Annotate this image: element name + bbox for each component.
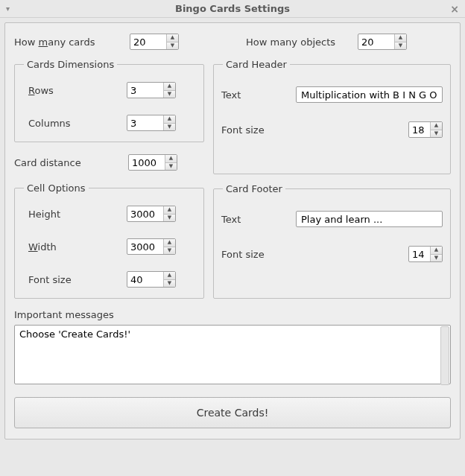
- important-messages-label: Important messages: [14, 309, 451, 320]
- spin-down-icon[interactable]: ▼: [431, 255, 442, 262]
- cell-fontsize-label: Font size: [22, 274, 127, 285]
- rows-spinbox[interactable]: ▲▼: [127, 82, 176, 98]
- card-distance-input[interactable]: [129, 155, 165, 170]
- card-distance-label: Card distance: [14, 157, 128, 168]
- how-many-cards-input[interactable]: [130, 34, 166, 49]
- important-messages-box[interactable]: [14, 325, 451, 384]
- header-fontsize-label: Font size: [221, 124, 408, 136]
- spin-up-icon[interactable]: ▲: [165, 155, 177, 163]
- how-many-objects-label: How many objects: [246, 37, 358, 48]
- spin-up-icon[interactable]: ▲: [431, 122, 442, 130]
- create-cards-button[interactable]: Create Cards!: [14, 397, 451, 428]
- how-many-objects-spinbox[interactable]: ▲▼: [358, 34, 407, 50]
- cell-width-label: Width: [22, 241, 127, 253]
- cell-height-label: Height: [22, 209, 127, 220]
- spin-up-icon[interactable]: ▲: [431, 247, 442, 255]
- columns-spinbox[interactable]: ▲▼: [127, 115, 176, 131]
- cards-dimensions-legend: Cards Dimensions: [24, 59, 117, 70]
- cell-height-input[interactable]: [127, 206, 163, 221]
- spin-up-icon[interactable]: ▲: [164, 83, 175, 91]
- card-distance-spinbox[interactable]: ▲▼: [128, 154, 177, 171]
- rows-label: Rows: [22, 85, 127, 96]
- cell-fontsize-spinbox[interactable]: ▲▼: [127, 271, 176, 288]
- how-many-cards-spinbox[interactable]: ▲▼: [130, 34, 179, 50]
- cards-dimensions-group: Cards Dimensions Rows ▲▼ Columns ▲▼: [14, 59, 204, 142]
- cell-fontsize-input[interactable]: [127, 272, 163, 287]
- spin-down-icon[interactable]: ▼: [395, 42, 406, 50]
- how-many-cards-label: How many cards: [14, 37, 130, 48]
- spin-up-icon[interactable]: ▲: [164, 115, 175, 124]
- titlebar: ▾ Bingo Cards Settings ×: [0, 0, 465, 18]
- footer-fontsize-input[interactable]: [409, 247, 430, 261]
- spin-down-icon[interactable]: ▼: [164, 247, 175, 255]
- spin-down-icon[interactable]: ▼: [164, 280, 175, 288]
- titlebar-menu-icon[interactable]: ▾: [6, 4, 10, 13]
- columns-input[interactable]: [127, 115, 163, 130]
- spin-down-icon[interactable]: ▼: [164, 91, 175, 98]
- card-header-legend: Card Header: [223, 59, 290, 70]
- columns-label: Columns: [22, 118, 127, 129]
- cell-height-spinbox[interactable]: ▲▼: [127, 206, 176, 222]
- footer-text-input[interactable]: [296, 211, 443, 227]
- window-title: Bingo Cards Settings: [175, 3, 290, 14]
- header-fontsize-input[interactable]: [409, 122, 430, 137]
- spin-up-icon[interactable]: ▲: [164, 206, 175, 215]
- spin-up-icon[interactable]: ▲: [164, 272, 175, 280]
- header-text-label: Text: [221, 89, 296, 101]
- spin-down-icon[interactable]: ▼: [164, 215, 175, 222]
- card-footer-group: Card Footer Text Font size ▲▼: [213, 183, 451, 299]
- how-many-objects-input[interactable]: [358, 34, 394, 49]
- footer-fontsize-spinbox[interactable]: ▲▼: [408, 246, 443, 262]
- footer-text-label: Text: [221, 214, 296, 225]
- spin-down-icon[interactable]: ▼: [165, 163, 177, 171]
- header-fontsize-spinbox[interactable]: ▲▼: [408, 121, 443, 138]
- scrollbar[interactable]: [440, 326, 449, 385]
- spin-down-icon[interactable]: ▼: [164, 124, 175, 131]
- spin-up-icon[interactable]: ▲: [164, 239, 175, 247]
- spin-up-icon[interactable]: ▲: [395, 34, 406, 42]
- spin-up-icon[interactable]: ▲: [167, 34, 178, 42]
- spin-down-icon[interactable]: ▼: [431, 130, 442, 138]
- header-text-input[interactable]: [296, 86, 443, 103]
- card-header-group: Card Header Text Font size ▲▼: [213, 59, 451, 174]
- spin-down-icon[interactable]: ▼: [167, 42, 178, 50]
- cell-options-group: Cell Options Height ▲▼ Width ▲▼: [14, 183, 204, 299]
- cell-width-spinbox[interactable]: ▲▼: [127, 238, 176, 255]
- rows-input[interactable]: [127, 83, 163, 98]
- card-footer-legend: Card Footer: [223, 183, 285, 194]
- cell-options-legend: Cell Options: [24, 183, 89, 194]
- footer-fontsize-label: Font size: [221, 249, 408, 260]
- cell-width-input[interactable]: [127, 239, 163, 254]
- close-icon[interactable]: ×: [450, 3, 459, 15]
